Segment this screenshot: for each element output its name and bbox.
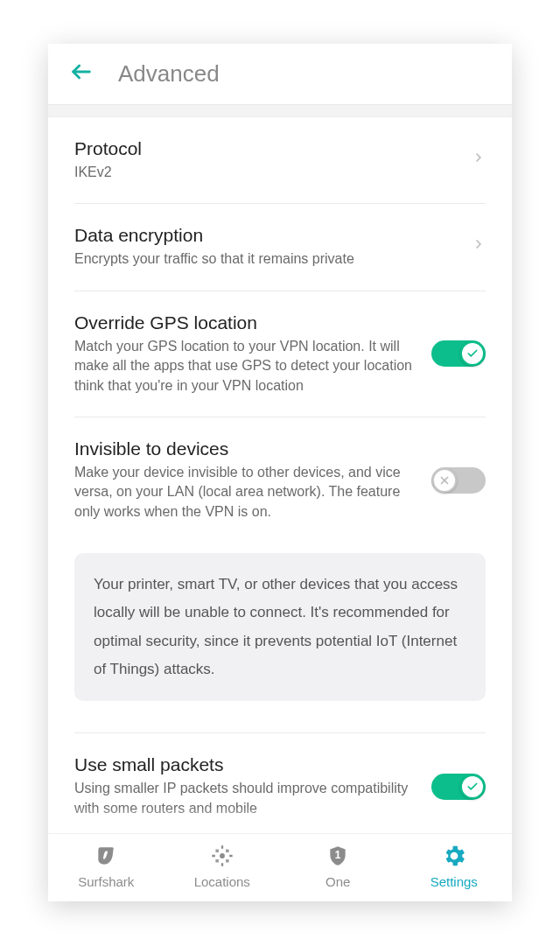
chevron-right-icon (472, 233, 486, 262)
globe-icon (209, 843, 235, 869)
chevron-right-icon (472, 146, 486, 175)
page-title: Advanced (118, 60, 220, 88)
toggle-knob (432, 468, 457, 493)
setting-sub: IKEv2 (74, 163, 458, 182)
header-divider (48, 105, 512, 117)
toggle-small-packets[interactable] (431, 774, 486, 800)
setting-note: Your printer, smart TV, or other devices… (74, 553, 486, 701)
setting-sub: Make your device invisible to other devi… (74, 463, 417, 522)
back-arrow-icon[interactable] (69, 60, 94, 88)
setting-title: Override GPS location (74, 312, 417, 333)
nav-label: One (326, 874, 350, 889)
settings-list: Protocol IKEv2 Data encryption Encrypts … (48, 117, 512, 833)
app-screen: Advanced Protocol IKEv2 Data encryption … (48, 44, 512, 901)
setting-small-packets[interactable]: Use small packets Using smaller IP packe… (74, 733, 486, 818)
setting-title: Protocol (74, 138, 458, 159)
setting-sub: Encrypts your traffic so that it remains… (74, 249, 458, 269)
toggle-invisible[interactable] (431, 467, 486, 494)
setting-invisible[interactable]: Invisible to devices Make your device in… (74, 417, 486, 543)
svg-text:1: 1 (335, 849, 341, 861)
header: Advanced (48, 44, 512, 105)
svg-point-3 (220, 853, 225, 858)
nav-locations[interactable]: Locations (164, 834, 281, 901)
nav-surfshark[interactable]: Surfshark (48, 834, 164, 901)
nav-label: Surfshark (78, 874, 134, 889)
nav-label: Locations (194, 874, 250, 889)
setting-encryption[interactable]: Data encryption Encrypts your traffic so… (74, 204, 486, 291)
shield-one-icon: 1 (325, 843, 351, 869)
setting-title: Invisible to devices (74, 438, 417, 459)
nav-settings[interactable]: Settings (396, 834, 513, 901)
setting-sub: Using smaller IP packets should improve … (74, 779, 417, 818)
surfshark-icon (93, 843, 119, 869)
setting-title: Use small packets (74, 754, 417, 775)
toggle-override-gps[interactable] (431, 340, 486, 367)
note-section: Your printer, smart TV, or other devices… (74, 553, 486, 733)
gear-icon (441, 843, 467, 869)
setting-title: Data encryption (74, 225, 458, 246)
bottom-nav: Surfshark Locations 1 One Settings (48, 833, 512, 901)
nav-one[interactable]: 1 One (280, 834, 396, 901)
setting-sub: Match your GPS location to your VPN loca… (74, 337, 417, 396)
nav-label: Settings (430, 874, 478, 889)
toggle-knob (460, 774, 485, 799)
setting-protocol[interactable]: Protocol IKEv2 (74, 117, 486, 204)
toggle-knob (460, 341, 485, 366)
setting-override-gps[interactable]: Override GPS location Match your GPS loc… (74, 291, 486, 417)
